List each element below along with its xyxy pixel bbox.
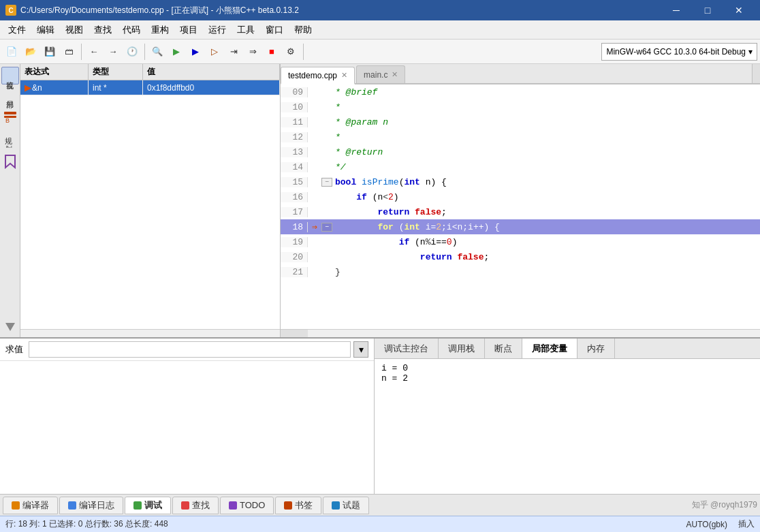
line-content-12: * bbox=[332, 132, 341, 142]
menu-view[interactable]: 视图 bbox=[60, 21, 89, 39]
build-config-selector[interactable]: MinGW-w64 GCC 10.3.0 64-bit Debug ▾ bbox=[601, 43, 757, 61]
btab-debug-label: 调试 bbox=[144, 499, 162, 512]
search-button[interactable]: 🔍 bbox=[148, 43, 166, 61]
status-right: AUTO(gbk) 插入 bbox=[686, 518, 755, 530]
watch-row[interactable]: ▶ &n int * 0x1f8ddffbd0 bbox=[20, 80, 280, 95]
debug-button[interactable]: ▷ bbox=[206, 43, 223, 61]
menu-code[interactable]: 代码 bbox=[117, 21, 146, 39]
close-button[interactable]: ✕ bbox=[723, 0, 755, 20]
btab-compile-log-label: 编译日志 bbox=[79, 499, 114, 512]
code-hscrollbar[interactable] bbox=[281, 329, 760, 337]
line-fold-15[interactable]: − bbox=[321, 178, 332, 187]
watch-col-type-header: 类型 bbox=[89, 64, 143, 80]
redo-button[interactable]: → bbox=[104, 43, 122, 61]
history-button[interactable]: 🕐 bbox=[123, 43, 141, 61]
svg-text:划: 划 bbox=[5, 145, 12, 148]
maximize-button[interactable]: □ bbox=[692, 0, 723, 20]
tab-main-close[interactable]: ✕ bbox=[392, 70, 398, 79]
line-ind-18: ⇒ bbox=[308, 221, 321, 232]
sidebar-watch[interactable]: 监视 bbox=[1, 67, 19, 84]
line-num-13: 13 bbox=[281, 147, 308, 157]
line-content-15: bool isPrime(int n) { bbox=[332, 177, 447, 187]
menu-file[interactable]: 文件 bbox=[3, 21, 31, 39]
sidebar-icon-b: B bbox=[3, 109, 18, 126]
watch-scrollbar[interactable] bbox=[20, 329, 280, 337]
app-icon: C bbox=[5, 5, 16, 16]
toolbar-right: MinGW-w64 GCC 10.3.0 64-bit Debug ▾ bbox=[601, 43, 757, 61]
menu-help[interactable]: 帮助 bbox=[289, 21, 317, 39]
btab-compiler-label: 编译器 bbox=[22, 499, 49, 512]
tab-testdemo-close[interactable]: ✕ bbox=[341, 71, 347, 80]
bottom-area: 求值 ▾ 调试主控台 调用栈 断点 局部变量 内存 i = 0 n = 2 bbox=[0, 337, 760, 494]
sidebar-bookmark-icon[interactable] bbox=[3, 154, 18, 171]
code-tab-bar: testdemo.cpp ✕ main.c ✕ bbox=[281, 64, 760, 84]
eval-label: 求值 bbox=[5, 343, 23, 356]
debug-content: i = 0 n = 2 bbox=[375, 359, 760, 494]
minimize-button[interactable]: ─ bbox=[661, 0, 692, 20]
status-bar: 行: 18 列: 1 已选择: 0 总行数: 36 总长度: 448 AUTO(… bbox=[0, 516, 760, 532]
tab-testdemo-cpp[interactable]: testdemo.cpp ✕ bbox=[281, 67, 355, 84]
debug-tab-memory[interactable]: 内存 bbox=[577, 339, 615, 358]
menu-find[interactable]: 查找 bbox=[89, 21, 117, 39]
step-over-button[interactable]: ⇒ bbox=[244, 43, 262, 61]
menu-edit[interactable]: 编辑 bbox=[31, 21, 60, 39]
tab-testdemo-label: testdemo.cpp bbox=[288, 71, 337, 80]
menu-window[interactable]: 窗口 bbox=[260, 21, 289, 39]
debug-line-2: n = 2 bbox=[381, 373, 753, 384]
btab-problems[interactable]: 试题 bbox=[323, 497, 369, 514]
hscroll-thumb[interactable] bbox=[281, 330, 308, 337]
compile-run-button[interactable]: ▶ bbox=[168, 43, 185, 61]
line-fold-18[interactable]: − bbox=[321, 223, 332, 232]
menu-bar: 文件 编辑 视图 查找 代码 重构 项目 运行 工具 窗口 帮助 bbox=[0, 20, 760, 40]
code-editor[interactable]: 09 * @brief 10 * 11 * @param n 12 bbox=[281, 84, 760, 329]
step-button[interactable]: ⇥ bbox=[225, 43, 242, 61]
btab-compiler[interactable]: 编译器 bbox=[3, 497, 58, 514]
btab-todo[interactable]: TODO bbox=[220, 497, 274, 514]
save-button[interactable]: 💾 bbox=[41, 43, 59, 61]
eval-output bbox=[0, 361, 374, 494]
debug-tab-console[interactable]: 调试主控台 bbox=[375, 339, 439, 358]
code-line-19: 19 if (n%i==0) bbox=[281, 234, 760, 249]
undo-button[interactable]: ← bbox=[85, 43, 103, 61]
eval-dropdown-button[interactable]: ▾ bbox=[353, 341, 368, 358]
line-num-10: 10 bbox=[281, 102, 308, 112]
sidebar-locals[interactable]: 局部 bbox=[1, 86, 19, 104]
tab-scroll-btn[interactable] bbox=[752, 64, 760, 83]
code-line-15: 15 − bool isPrime(int n) { bbox=[281, 174, 760, 189]
sidebar-scroll-down[interactable] bbox=[3, 322, 18, 334]
menu-project[interactable]: 项目 bbox=[174, 21, 203, 39]
new-button[interactable]: 📄 bbox=[3, 43, 20, 61]
code-line-20: 20 return false; bbox=[281, 249, 760, 264]
line-num-14: 14 bbox=[281, 162, 308, 172]
build-config-label: MinGW-w64 GCC 10.3.0 64-bit Debug bbox=[606, 47, 746, 57]
line-content-09: * @brief bbox=[332, 87, 377, 97]
btab-find[interactable]: 查找 bbox=[172, 497, 219, 514]
debug-tabs: 调试主控台 调用栈 断点 局部变量 内存 bbox=[375, 339, 760, 359]
menu-tools[interactable]: 工具 bbox=[232, 21, 260, 39]
svg-text:规: 规 bbox=[5, 137, 12, 145]
btab-compile-log[interactable]: 编译日志 bbox=[59, 497, 123, 514]
btab-debug[interactable]: 调试 bbox=[125, 497, 171, 514]
debug-tab-breakpoints[interactable]: 断点 bbox=[485, 339, 522, 358]
settings-button[interactable]: ⚙ bbox=[282, 43, 300, 61]
btab-bookmark-icon bbox=[284, 501, 292, 510]
debug-line-1: i = 0 bbox=[381, 363, 753, 373]
btab-todo-icon bbox=[229, 501, 237, 510]
menu-run[interactable]: 运行 bbox=[203, 21, 232, 39]
open-button[interactable]: 📂 bbox=[22, 43, 39, 61]
debug-tab-callstack[interactable]: 调用栈 bbox=[439, 339, 485, 358]
sidebar-break-icon[interactable]: 规 划 bbox=[3, 133, 18, 150]
run-button[interactable]: ▶ bbox=[187, 43, 204, 61]
svg-text:B: B bbox=[5, 117, 10, 124]
save-all-button[interactable]: 🗃 bbox=[60, 43, 78, 61]
tab-main-c[interactable]: main.c ✕ bbox=[356, 65, 405, 83]
line-num-17: 17 bbox=[281, 207, 308, 217]
svg-marker-5 bbox=[5, 155, 15, 168]
insert-mode-label: 插入 bbox=[738, 518, 755, 530]
btab-bookmark[interactable]: 书签 bbox=[275, 497, 321, 514]
eval-input[interactable] bbox=[29, 341, 351, 358]
btab-todo-label: TODO bbox=[240, 500, 265, 510]
debug-tab-locals[interactable]: 局部变量 bbox=[522, 339, 577, 358]
menu-refactor[interactable]: 重构 bbox=[146, 21, 174, 39]
stop-button[interactable]: ■ bbox=[263, 43, 281, 61]
